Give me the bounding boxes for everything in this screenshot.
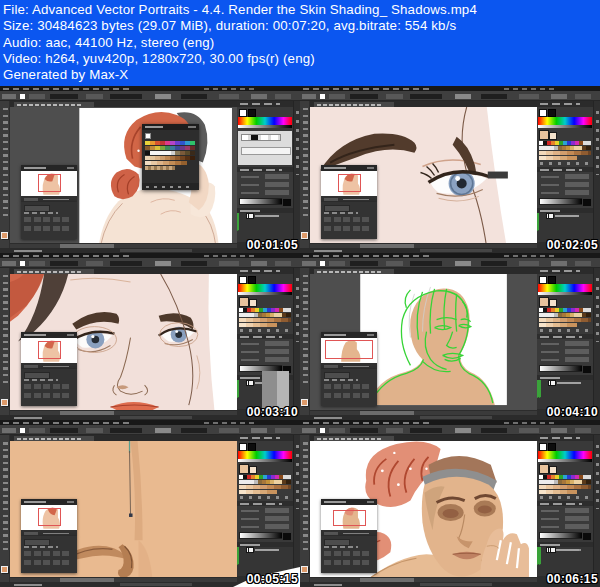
fill-stroke-indicator — [539, 276, 559, 282]
audio-info-line: Audio: aac, 44100 Hz, stereo (eng) — [3, 35, 600, 51]
navigator-view-rectangle — [325, 340, 372, 359]
layer-row — [539, 380, 541, 398]
fill-stroke-indicator — [539, 109, 559, 115]
layer-row — [237, 213, 239, 231]
fill-stroke-indicator — [239, 443, 259, 449]
swatch-row — [239, 308, 291, 312]
dock-header — [537, 101, 593, 107]
current-color-chip — [539, 464, 557, 473]
fill-stroke-indicator — [239, 109, 259, 115]
right-panel-dock — [537, 101, 600, 248]
right-panel-dock — [237, 435, 300, 582]
dock-header — [237, 101, 293, 107]
collapsed-panel-strip — [593, 435, 600, 582]
dock-header — [237, 435, 293, 441]
pathfinder-panel — [321, 202, 377, 239]
swatch-row-skin-tones — [539, 323, 577, 327]
timestamp-overlay: 00:06:15 — [547, 572, 598, 586]
dock-header — [537, 268, 593, 274]
stroke-panel-fields — [537, 506, 593, 530]
panel-button-row — [324, 393, 372, 398]
navigator-panel — [321, 332, 377, 369]
current-color-chip — [539, 130, 557, 139]
current-color-chip — [239, 464, 257, 473]
color-spectrum-bar — [238, 284, 292, 292]
timestamp-overlay: 00:04:10 — [547, 405, 598, 419]
stroke-panel-fields — [237, 172, 293, 196]
stroke-panel-fields — [237, 506, 293, 530]
document-tab-bar — [310, 101, 537, 107]
fill-color-swatch — [301, 566, 308, 573]
document-tab — [314, 102, 394, 107]
navigator-preview — [21, 505, 77, 530]
swatch-row-skin-tones — [539, 151, 591, 155]
layer-row — [537, 213, 539, 231]
panel-button-row — [24, 393, 72, 398]
swatch-row-skin-tones — [239, 323, 277, 327]
illustrator-control-bar — [300, 425, 600, 435]
video-contact-sheet: File: Advanced Vector Portraits - 4.4. R… — [0, 0, 600, 587]
white-swatch — [145, 133, 151, 139]
swatch-row — [239, 313, 291, 317]
collapsed-panel-strip — [293, 435, 300, 582]
swatch-row-skin-tones — [239, 318, 291, 322]
navigator-panel — [21, 499, 77, 536]
document-tab-bar — [310, 435, 537, 441]
dock-header — [237, 268, 293, 274]
layer-row — [539, 547, 541, 565]
navigator-panel — [21, 165, 77, 202]
panel-button-row — [324, 217, 372, 222]
fill-color-swatch — [301, 232, 308, 239]
current-color-chip — [239, 297, 257, 306]
collapsed-panel-strip — [293, 268, 300, 415]
swatch-row — [539, 480, 591, 484]
timestamp-overlay: 00:02:05 — [547, 238, 598, 252]
swatch-row-skin-tones — [539, 490, 577, 494]
pathfinder-panel — [321, 536, 377, 573]
generator-line: Generated by Max-X — [3, 67, 600, 83]
document-tab — [14, 102, 94, 107]
pathfinder-panel — [21, 536, 77, 573]
color-spectrum-bar — [238, 117, 292, 125]
video-frame-3: 00:03:10 — [0, 253, 300, 420]
swatch-row-skin-tones — [539, 156, 577, 160]
fill-color-swatch — [1, 232, 8, 239]
navigator-view-rectangle — [38, 174, 62, 192]
panel-button-row — [324, 226, 372, 231]
swatch-panel-icons — [240, 496, 288, 499]
navigator-preview — [21, 338, 77, 363]
dock-header — [537, 435, 593, 441]
swatches-panel — [142, 124, 199, 190]
document-tab-bar — [310, 268, 537, 274]
panel-button-row — [24, 560, 72, 565]
fill-color-swatch — [1, 399, 8, 406]
tools-panel — [300, 268, 310, 415]
swatch-row-skin-tones — [539, 318, 591, 322]
color-spectrum-bar — [538, 117, 592, 125]
swatch-panel-icons — [240, 329, 288, 332]
video-frame-1: 00:01:05 — [0, 86, 300, 253]
swatch-panel-icons — [540, 329, 588, 332]
pathfinder-panel — [21, 202, 77, 239]
swatches-panel-titlebar — [142, 124, 199, 130]
gradient-slider — [239, 532, 283, 539]
panel-button-row — [324, 560, 372, 565]
document-tab-bar — [10, 268, 237, 274]
navigator-preview — [321, 171, 377, 196]
navigator-preview — [321, 505, 377, 530]
right-panel-dock — [537, 435, 600, 582]
swatch-row-skin-tones — [239, 490, 277, 494]
stroke-panel-fields — [537, 339, 593, 363]
right-panel-dock — [537, 268, 600, 415]
tools-panel — [300, 435, 310, 582]
navigator-panel — [21, 332, 77, 369]
color-spectrum-bar — [538, 451, 592, 459]
collapsed-panel-strip — [293, 101, 300, 248]
navigator-view-rectangle — [338, 174, 362, 192]
illustrator-control-bar — [0, 425, 300, 435]
panel-button-row — [324, 551, 372, 556]
video-frame-5: 00:05:15 — [0, 420, 300, 587]
swatch-row — [539, 308, 591, 312]
timestamp-overlay: 00:03:10 — [247, 405, 298, 419]
thumbnail-grid: 00:01:05 — [0, 86, 600, 587]
